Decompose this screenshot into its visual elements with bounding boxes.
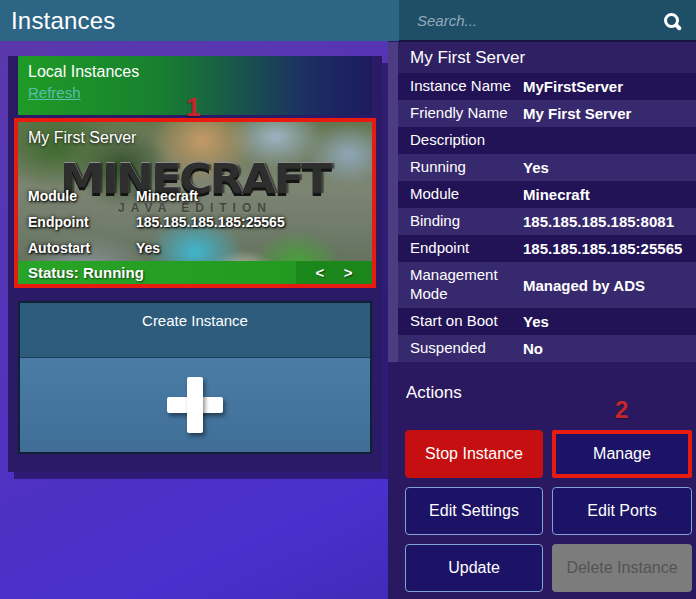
card-row-value: Minecraft <box>136 188 198 204</box>
table-row: Endpoint 185.185.185.185:25565 <box>398 235 696 262</box>
search-bar <box>399 0 696 42</box>
actions-buttons: Stop Instance Manage Edit Settings Edit … <box>405 430 692 592</box>
row-value: Yes <box>523 159 696 176</box>
search-icon[interactable] <box>664 13 679 28</box>
create-instance-title: Create Instance <box>20 303 370 358</box>
status-badge: Status: Running <box>18 264 296 281</box>
create-instance-card[interactable]: Create Instance <box>18 301 372 454</box>
table-row: Binding 185.185.185.185:8081 <box>398 208 696 235</box>
annotation-step-1: 1 <box>186 92 200 123</box>
table-row: Friendly Name My First Server <box>398 100 696 127</box>
row-label: Management Mode <box>410 266 523 304</box>
status-bar: Status: Running < > <box>18 261 372 284</box>
row-value: Yes <box>523 313 696 330</box>
prev-button[interactable]: < <box>315 264 324 281</box>
card-row-label: Endpoint <box>28 214 136 230</box>
search-input[interactable] <box>399 12 664 29</box>
card-row-module: Module Minecraft <box>28 183 362 209</box>
refresh-link[interactable]: Refresh <box>28 84 81 101</box>
table-row: Start on Boot Yes <box>398 308 696 335</box>
row-label: Description <box>410 131 523 150</box>
edit-settings-button[interactable]: Edit Settings <box>405 487 543 535</box>
details-heading: My First Server <box>398 42 696 73</box>
next-button[interactable]: > <box>344 264 353 281</box>
card-row-value: Yes <box>136 240 160 256</box>
row-label: Friendly Name <box>410 104 523 123</box>
local-instances-title: Local Instances <box>28 63 372 81</box>
row-label: Instance Name <box>410 77 523 96</box>
details-table: My First Server Instance Name MyFirstSer… <box>388 42 696 362</box>
card-row-autostart: Autostart Yes <box>28 235 362 261</box>
table-row: Module Minecraft <box>398 181 696 208</box>
row-label: Module <box>410 185 523 204</box>
table-row: Description <box>398 127 696 154</box>
page-title: Instances <box>0 0 399 41</box>
row-value: 185.185.185.185:8081 <box>523 213 696 230</box>
edit-ports-button[interactable]: Edit Ports <box>552 487 692 535</box>
table-row: Management Mode Managed by ADS <box>398 262 696 308</box>
row-value: 185.185.185.185:25565 <box>523 240 696 257</box>
row-value: Minecraft <box>523 186 696 203</box>
table-row: Instance Name MyFirstServer <box>398 73 696 100</box>
table-row: Running Yes <box>398 154 696 181</box>
stop-instance-button[interactable]: Stop Instance <box>405 430 543 478</box>
row-label: Suspended <box>410 339 523 358</box>
row-value: No <box>523 340 696 357</box>
delete-instance-button[interactable]: Delete Instance <box>552 544 692 592</box>
row-value: MyFirstServer <box>523 78 696 95</box>
details-rows: Instance Name MyFirstServer Friendly Nam… <box>398 73 696 362</box>
update-button[interactable]: Update <box>405 544 543 592</box>
manage-button[interactable]: Manage <box>552 430 692 478</box>
row-value: Managed by ADS <box>523 277 696 294</box>
row-label: Running <box>410 158 523 177</box>
row-label: Endpoint <box>410 239 523 258</box>
row-label: Binding <box>410 212 523 231</box>
plus-icon <box>167 377 223 433</box>
annotation-step-2: 2 <box>615 396 628 424</box>
create-instance-body[interactable] <box>20 358 370 452</box>
card-row-label: Module <box>28 188 136 204</box>
instance-card-rows: Module Minecraft Endpoint 185.185.185.18… <box>28 183 362 261</box>
card-row-value: 185.185.185.185:25565 <box>136 214 285 230</box>
instance-details-panel: My First Server Instance Name MyFirstSer… <box>388 0 696 599</box>
instances-panel: Local Instances Refresh 1 My First Serve… <box>8 56 382 472</box>
instance-card-title: My First Server <box>28 129 136 147</box>
table-row: Suspended No <box>398 335 696 362</box>
card-row-endpoint: Endpoint 185.185.185.185:25565 <box>28 209 362 235</box>
card-row-label: Autostart <box>28 240 136 256</box>
row-label: Start on Boot <box>410 312 523 331</box>
actions-heading: Actions <box>406 383 462 403</box>
row-value: My First Server <box>523 105 696 122</box>
status-pager: < > <box>296 261 372 284</box>
instance-card-highlight: My First Server MINECRAFT JAVA EDITION M… <box>14 118 376 288</box>
instance-card[interactable]: My First Server MINECRAFT JAVA EDITION M… <box>18 122 372 284</box>
